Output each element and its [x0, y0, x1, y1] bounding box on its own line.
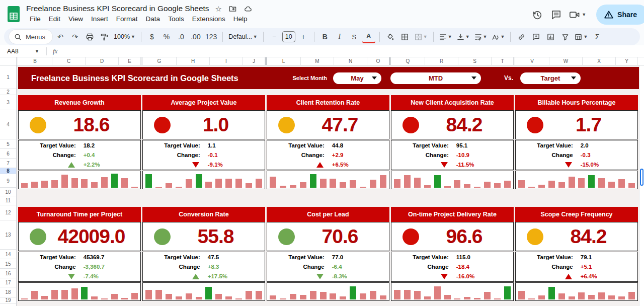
number-format-button[interactable]: 123	[204, 30, 218, 43]
column-header-I[interactable]: I	[210, 57, 243, 65]
table-views-button[interactable]: ▼	[573, 30, 589, 43]
menu-help[interactable]: Help	[230, 15, 251, 23]
menu-data[interactable]: Data	[142, 15, 164, 23]
create-filter-button[interactable]	[558, 30, 572, 43]
column-header-H[interactable]: H	[177, 57, 210, 65]
fill-color-button[interactable]	[384, 30, 397, 43]
borders-button[interactable]	[398, 30, 412, 43]
name-box[interactable]: AA8 ▼	[0, 48, 43, 55]
row-header-2[interactable]: 2	[0, 89, 16, 95]
menu-file[interactable]: File	[26, 15, 44, 23]
vertical-align-button[interactable]: ▼	[455, 30, 471, 43]
format-currency-button[interactable]: $	[145, 30, 158, 43]
row-header-13[interactable]: 13	[0, 220, 16, 250]
cloud-status-icon[interactable]	[244, 5, 253, 13]
format-percent-button[interactable]: %	[160, 30, 173, 43]
column-header-Q[interactable]: Q	[391, 57, 425, 65]
select-all-corner[interactable]	[0, 57, 17, 65]
sheet-canvas[interactable]: Freelance Business KPI Scorecard in Goog…	[17, 65, 639, 306]
share-button[interactable]: Share	[596, 5, 644, 25]
menu-format[interactable]: Format	[113, 15, 141, 23]
column-header-O[interactable]: O	[367, 57, 389, 65]
row-header-12[interactable]: 12	[0, 205, 16, 220]
row-header-8[interactable]: 8	[0, 168, 16, 174]
scrollbar-thumb[interactable]	[640, 169, 643, 186]
comments-icon[interactable]	[550, 9, 562, 21]
kpi-card[interactable]: Scope Creep Frequency 84.2 Target Value:…	[515, 207, 638, 301]
vertical-scrollbar[interactable]	[639, 65, 644, 306]
redo-button[interactable]: ↷	[68, 30, 82, 43]
menu-extensions[interactable]: Extensions	[189, 15, 229, 23]
meet-call-button[interactable]: ▼	[569, 10, 586, 20]
period-dropdown[interactable]: MTD	[390, 72, 481, 84]
row-header-10[interactable]: 10	[0, 188, 16, 196]
paint-format-button[interactable]	[98, 30, 111, 43]
compare-dropdown[interactable]: Target	[520, 72, 581, 84]
menu-insert[interactable]: Insert	[88, 15, 112, 23]
text-color-button[interactable]: A	[362, 30, 375, 43]
move-folder-icon[interactable]	[228, 5, 237, 13]
text-wrap-button[interactable]: ▼	[473, 30, 489, 43]
kpi-card[interactable]: New Client Acquisition Rate 84.2 Target …	[391, 95, 514, 189]
bold-button[interactable]: B	[318, 30, 332, 43]
row-header-14[interactable]: 14	[0, 250, 16, 259]
column-header-M[interactable]: M	[301, 57, 334, 65]
row-header-7[interactable]: 7	[0, 159, 16, 168]
column-header-S[interactable]: S	[458, 57, 492, 65]
font-size-input[interactable]: 10	[282, 31, 295, 42]
kpi-card[interactable]: Cost per Lead 70.6 Target Value: 77.0 Ch…	[267, 207, 389, 301]
version-history-icon[interactable]	[531, 9, 543, 21]
kpi-card[interactable]: Average Project Value 1.0 Target Value: …	[142, 95, 265, 189]
menu-edit[interactable]: Edit	[45, 15, 64, 23]
column-header-L[interactable]: L	[267, 57, 301, 65]
kpi-card[interactable]: Conversion Rate 55.8 Target Value: 47.5 …	[142, 207, 265, 301]
row-header-15[interactable]: 15	[0, 259, 16, 269]
decrease-font-size-button[interactable]: −	[268, 30, 281, 43]
undo-button[interactable]: ↶	[54, 30, 67, 43]
column-header-G[interactable]: G	[142, 57, 177, 65]
row-header-19[interactable]: 19	[0, 297, 16, 303]
column-header-D[interactable]: D	[86, 57, 119, 65]
menu-tools[interactable]: Tools	[165, 15, 188, 23]
zoom-select[interactable]: 100% ▼	[112, 30, 137, 43]
row-header-6[interactable]: 6	[0, 149, 16, 159]
text-rotation-button[interactable]: ▼	[490, 30, 506, 43]
row-header-3[interactable]: 3	[0, 95, 16, 110]
font-select[interactable]: Defaul... ▼	[227, 30, 259, 43]
column-header-N[interactable]: N	[334, 57, 367, 65]
column-header-C[interactable]: C	[52, 57, 86, 65]
column-header-X[interactable]: X	[583, 57, 616, 65]
column-header-T[interactable]: T	[492, 57, 514, 65]
increase-font-size-button[interactable]: +	[297, 30, 310, 43]
decrease-decimal-button[interactable]: .0	[175, 30, 188, 43]
strikethrough-button[interactable]: S	[348, 30, 361, 43]
formula-input[interactable]	[57, 45, 644, 57]
italic-button[interactable]: I	[333, 30, 346, 43]
row-header-4[interactable]: 4	[0, 110, 16, 139]
column-header-J[interactable]: J	[243, 57, 265, 65]
horizontal-align-button[interactable]: ▼	[438, 30, 454, 43]
increase-decimal-button[interactable]: .00	[189, 30, 202, 43]
column-header-E[interactable]: E	[119, 57, 141, 65]
kpi-card[interactable]: Turnaround Time per Project 42009.0 Targ…	[18, 207, 141, 301]
row-header-9[interactable]: 9	[0, 174, 16, 188]
column-header-R[interactable]: R	[425, 57, 458, 65]
kpi-card[interactable]: On-time Project Delivery Rate 96.6 Targe…	[391, 207, 514, 301]
month-dropdown[interactable]: May	[333, 72, 381, 84]
insert-chart-button[interactable]	[544, 30, 557, 43]
kpi-card[interactable]: Billable Hours Percentage 1.7 Target Val…	[515, 95, 638, 189]
sheets-logo-icon[interactable]	[7, 6, 20, 23]
kpi-card[interactable]: Revenue Growth 18.6 Target Value: 18.2 C…	[18, 95, 141, 189]
document-title[interactable]: Freelance Business KPI Scorecard in Goog…	[26, 4, 209, 13]
column-header-B[interactable]: B	[18, 57, 52, 65]
row-header-5[interactable]: 5	[0, 139, 16, 149]
insert-link-button[interactable]	[515, 30, 528, 43]
meet-dropdown-caret-icon[interactable]: ▼	[582, 12, 586, 17]
column-header-Y[interactable]: Y	[616, 57, 638, 65]
column-header-W[interactable]: W	[549, 57, 583, 65]
insert-comment-button[interactable]	[529, 30, 542, 43]
menu-view[interactable]: View	[65, 15, 87, 23]
print-button[interactable]	[83, 30, 96, 43]
row-header-16[interactable]: 16	[0, 269, 16, 278]
merge-cells-button[interactable]: ▼	[413, 30, 429, 43]
